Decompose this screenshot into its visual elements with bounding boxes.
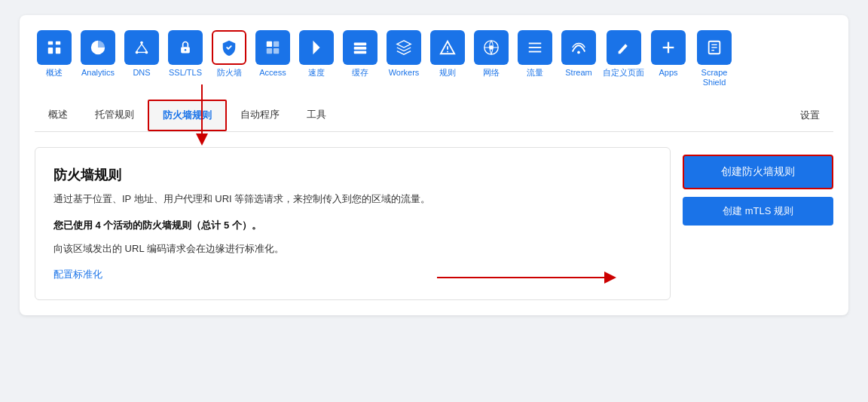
nav-label-speed: 速度 — [308, 68, 325, 78]
content-url-note: 向该区域发出的 URL 编码请求会在边缘进行标准化。 — [53, 241, 652, 257]
nav-label-custompage: 自定义页面 — [603, 68, 644, 78]
nav-item-apps[interactable]: Apps — [649, 30, 688, 78]
stream-icon — [561, 30, 596, 65]
config-link[interactable]: 配置标准化 — [53, 269, 102, 280]
svg-rect-15 — [274, 48, 279, 54]
rules-icon — [430, 30, 465, 65]
custompage-icon — [607, 30, 641, 65]
cache-icon — [343, 30, 377, 65]
dns-icon — [124, 30, 159, 65]
nav-item-dns[interactable]: DNS — [122, 30, 161, 78]
nav-item-workers[interactable]: Workers — [384, 30, 423, 78]
nav-label-stream: Stream — [565, 68, 591, 78]
workers-icon — [387, 30, 421, 65]
svg-rect-2 — [48, 48, 53, 54]
nav-item-speed[interactable]: 速度 — [297, 30, 336, 78]
nav-item-ssl[interactable]: SSL/TLS — [166, 30, 205, 78]
nav-label-access: Access — [259, 68, 286, 78]
nav-label-traffic: 流量 — [527, 68, 543, 78]
content-description: 通过基于位置、IP 地址、用户代理和 URI 等筛选请求，来控制传入到您的区域的… — [53, 192, 652, 207]
nav-item-overview[interactable]: 概述 — [35, 30, 74, 78]
nav-item-firewall[interactable]: 防火墙 — [209, 30, 249, 78]
apps-icon — [651, 30, 686, 65]
nav-item-traffic[interactable]: 流量 — [515, 30, 555, 78]
svg-rect-18 — [354, 47, 367, 50]
second-nav-automation[interactable]: 自动程序 — [227, 100, 293, 130]
ssl-icon — [168, 30, 203, 65]
svg-point-4 — [140, 41, 143, 44]
nav-label-firewall: 防火墙 — [217, 68, 242, 78]
content-right: 创建防火墙规则 创建 mTLS 规则 — [683, 147, 833, 299]
svg-rect-3 — [56, 48, 60, 54]
second-nav-tools[interactable]: 工具 — [293, 100, 340, 130]
svg-rect-19 — [354, 51, 367, 54]
second-nav-firewall-rules[interactable]: 防火墙规则 — [148, 100, 227, 131]
nav-label-workers: Workers — [389, 68, 420, 78]
analytics-icon — [81, 30, 115, 65]
content-usage: 您已使用 4 个活动的防火墙规则（总计 5 个）。 — [53, 218, 652, 234]
second-nav-managed[interactable]: 托管规则 — [81, 100, 148, 130]
second-nav-settings[interactable]: 设置 — [787, 101, 833, 130]
second-nav-overview[interactable]: 概述 — [35, 100, 81, 130]
nav-label-ssl: SSL/TLS — [169, 68, 202, 78]
speed-icon — [299, 30, 334, 65]
scrapeshield-icon — [697, 30, 732, 65]
traffic-icon — [518, 30, 552, 65]
access-icon — [255, 30, 290, 65]
overview-icon — [37, 30, 72, 65]
nav-label-dns: DNS — [133, 68, 150, 78]
svg-rect-17 — [354, 43, 367, 46]
svg-point-22 — [447, 51, 448, 53]
nav-label-analytics: Analytics — [81, 68, 115, 78]
nav-item-analytics[interactable]: Analytics — [78, 30, 118, 78]
second-nav: 概述 托管规则 防火墙规则 自动程序 工具 设置 — [35, 100, 833, 132]
svg-point-27 — [577, 51, 580, 54]
nav-label-overview: 概述 — [46, 68, 63, 78]
top-nav: 概述 Analytics DNS SSL/TLS — [35, 30, 833, 87]
nav-item-scrapeshield[interactable]: Scrape Shield — [692, 30, 736, 87]
svg-rect-12 — [267, 41, 272, 47]
content-title: 防火墙规则 — [53, 166, 652, 184]
nav-label-cache: 缓存 — [352, 68, 368, 78]
network-icon — [474, 30, 509, 65]
svg-rect-0 — [48, 41, 53, 45]
svg-rect-14 — [267, 48, 272, 54]
svg-marker-16 — [313, 41, 319, 54]
nav-item-custompage[interactable]: 自定义页面 — [603, 30, 644, 78]
nav-label-rules: 规则 — [439, 68, 456, 78]
svg-rect-1 — [56, 41, 60, 45]
nav-label-scrapeshield: Scrape Shield — [692, 68, 736, 87]
nav-label-network: 网络 — [483, 68, 500, 78]
nav-item-access[interactable]: Access — [253, 30, 292, 78]
nav-item-stream[interactable]: Stream — [559, 30, 598, 78]
nav-item-network[interactable]: 网络 — [472, 30, 511, 78]
svg-line-8 — [142, 44, 146, 51]
svg-point-11 — [185, 49, 187, 51]
nav-label-apps: Apps — [659, 68, 677, 78]
content-area: 防火墙规则 通过基于位置、IP 地址、用户代理和 URI 等筛选请求，来控制传入… — [35, 147, 833, 299]
nav-item-rules[interactable]: 规则 — [428, 30, 467, 78]
create-firewall-rule-button[interactable]: 创建防火墙规则 — [683, 155, 833, 189]
firewall-icon — [212, 30, 246, 65]
nav-item-cache[interactable]: 缓存 — [341, 30, 380, 78]
svg-rect-13 — [274, 41, 279, 47]
create-mtls-rule-button[interactable]: 创建 mTLS 规则 — [683, 197, 833, 226]
content-left: 防火墙规则 通过基于位置、IP 地址、用户代理和 URI 等筛选请求，来控制传入… — [35, 147, 671, 299]
svg-line-7 — [137, 44, 142, 51]
